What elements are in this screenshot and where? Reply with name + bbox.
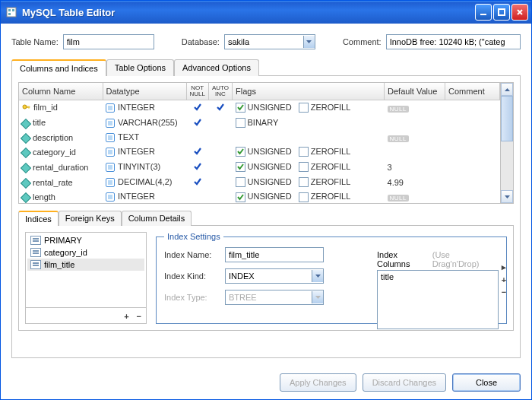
add-index-button[interactable]: + bbox=[124, 312, 128, 321]
subtab-indices[interactable]: Indices bbox=[18, 211, 59, 226]
subtab-column-details[interactable]: Column Details bbox=[122, 211, 192, 226]
scroll-thumb[interactable] bbox=[501, 96, 513, 141]
sub-tabs: Indices Foreign Keys Column Details bbox=[18, 210, 514, 226]
diamond-icon bbox=[21, 178, 31, 189]
columns-grid[interactable]: Column Name Datatype NOT NULL AUTO INC F… bbox=[18, 82, 514, 204]
scroll-up-button[interactable] bbox=[501, 83, 513, 96]
chevron-down-icon bbox=[312, 291, 323, 303]
chevron-down-icon bbox=[312, 270, 323, 282]
index-icon bbox=[30, 260, 41, 269]
database-label: Database: bbox=[182, 37, 220, 46]
checkbox[interactable] bbox=[236, 147, 245, 157]
flag-label: ZEROFILL bbox=[311, 177, 351, 186]
datatype-icon bbox=[106, 148, 115, 157]
table-row[interactable]: film_idINTEGERUNSIGNED ZEROFILLNULL bbox=[19, 100, 500, 116]
index-settings-fieldset: Index Settings Index Name: Index Kind: I… bbox=[156, 232, 507, 324]
column-name: title bbox=[33, 118, 46, 127]
index-col-remove-button[interactable]: − bbox=[500, 287, 508, 297]
tab-advanced-options[interactable]: Advanced Options bbox=[174, 59, 259, 76]
index-list-item[interactable]: film_title bbox=[27, 259, 144, 271]
checkbox[interactable] bbox=[299, 192, 309, 202]
datatype-value: INTEGER bbox=[118, 147, 155, 156]
index-icon bbox=[30, 248, 41, 257]
datatype-icon bbox=[106, 133, 115, 142]
subtab-foreign-keys[interactable]: Foreign Keys bbox=[59, 211, 122, 226]
diamond-icon bbox=[21, 118, 31, 129]
tab-table-options[interactable]: Table Options bbox=[106, 59, 174, 76]
close-button[interactable] bbox=[511, 4, 528, 21]
content: Table Name: Database: sakila Comment: Co… bbox=[1, 24, 531, 366]
index-kind-value: INDEX bbox=[229, 271, 255, 281]
col-header-autoinc[interactable]: AUTO INC bbox=[208, 83, 232, 100]
flag-label: ZEROFILL bbox=[311, 103, 351, 112]
datatype-icon bbox=[106, 103, 115, 113]
diamond-icon bbox=[21, 192, 31, 203]
index-list-item[interactable]: category_id bbox=[27, 246, 144, 259]
col-header-notnull[interactable]: NOT NULL bbox=[186, 83, 208, 100]
checkbox[interactable] bbox=[236, 177, 245, 187]
index-col-add-button[interactable]: + bbox=[500, 275, 508, 284]
scroll-track[interactable] bbox=[501, 141, 513, 190]
checkbox[interactable] bbox=[299, 103, 309, 113]
diamond-icon bbox=[21, 148, 31, 158]
col-header-flags[interactable]: Flags bbox=[233, 83, 385, 100]
null-pill: NULL bbox=[388, 195, 409, 202]
scrollbar[interactable] bbox=[500, 83, 513, 203]
index-col-next-button[interactable]: ▸ bbox=[500, 262, 508, 272]
svg-rect-0 bbox=[7, 8, 16, 17]
datatype-value: INTEGER bbox=[118, 192, 155, 201]
svg-rect-3 bbox=[8, 13, 11, 15]
checkbox[interactable] bbox=[236, 118, 245, 128]
default-value: NULL bbox=[388, 133, 409, 142]
index-columns-box[interactable]: title bbox=[377, 270, 499, 329]
flag-label: BINARY bbox=[248, 118, 279, 127]
flag-label: UNSIGNED bbox=[248, 103, 292, 112]
check-icon bbox=[192, 146, 203, 157]
checkbox[interactable] bbox=[299, 162, 309, 172]
close-dialog-button[interactable]: Close bbox=[452, 373, 521, 392]
null-pill: NULL bbox=[388, 135, 409, 142]
table-row[interactable]: descriptionTEXTNULL bbox=[19, 131, 500, 144]
table-row[interactable]: category_idINTEGERUNSIGNED ZEROFILL bbox=[19, 144, 500, 160]
minimize-button[interactable] bbox=[475, 4, 492, 21]
titlebar[interactable]: MySQL Table Editor bbox=[1, 1, 531, 24]
svg-rect-1 bbox=[8, 9, 11, 11]
column-name: film_id bbox=[33, 103, 58, 112]
comment-input[interactable] bbox=[386, 34, 521, 49]
indices-panel: PRIMARYcategory_idfilm_title + − Index S… bbox=[18, 226, 514, 331]
null-pill: NULL bbox=[388, 106, 409, 113]
flag-label: UNSIGNED bbox=[248, 147, 292, 156]
checkbox[interactable] bbox=[236, 103, 245, 113]
index-name-input[interactable] bbox=[225, 247, 324, 262]
check-icon bbox=[192, 161, 203, 172]
database-combo[interactable]: sakila bbox=[224, 34, 315, 49]
checkbox[interactable] bbox=[236, 162, 245, 172]
col-header-name[interactable]: Column Name bbox=[19, 83, 103, 100]
table-name-input[interactable] bbox=[63, 34, 154, 49]
default-value: NULL bbox=[388, 192, 409, 202]
index-list[interactable]: PRIMARYcategory_idfilm_title + − bbox=[25, 232, 147, 324]
checkbox[interactable] bbox=[299, 177, 309, 187]
tab-columns-indices[interactable]: Columns and Indices bbox=[11, 59, 106, 76]
index-columns-hint: (Use Drag'n'Drop) bbox=[432, 250, 499, 268]
maximize-button[interactable] bbox=[493, 4, 510, 21]
table-row[interactable]: rental_durationTINYINT(3)UNSIGNED ZEROFI… bbox=[19, 160, 500, 175]
index-kind-combo[interactable]: INDEX bbox=[225, 268, 324, 284]
column-name: category_id bbox=[33, 148, 76, 157]
table-row[interactable]: lengthINTEGERUNSIGNED ZEROFILLNULL bbox=[19, 190, 500, 203]
remove-index-button[interactable]: − bbox=[137, 312, 141, 321]
table-row[interactable]: rental_rateDECIMAL(4,2)UNSIGNED ZEROFILL… bbox=[19, 175, 500, 190]
datatype-value: INTEGER bbox=[118, 103, 155, 112]
col-header-default[interactable]: Default Value bbox=[385, 83, 445, 100]
table-row[interactable]: titleVARCHAR(255)BINARY bbox=[19, 116, 500, 131]
checkbox[interactable] bbox=[299, 147, 309, 157]
chevron-down-icon bbox=[303, 36, 315, 48]
scroll-down-button[interactable] bbox=[501, 190, 513, 203]
col-header-comment[interactable]: Comment bbox=[445, 83, 500, 100]
index-icon bbox=[30, 236, 41, 245]
col-header-datatype[interactable]: Datatype bbox=[103, 83, 186, 100]
checkbox[interactable] bbox=[236, 192, 245, 202]
index-name-label: Index Name: bbox=[164, 250, 225, 259]
index-list-item[interactable]: PRIMARY bbox=[27, 234, 144, 246]
index-column-item[interactable]: title bbox=[381, 272, 495, 281]
